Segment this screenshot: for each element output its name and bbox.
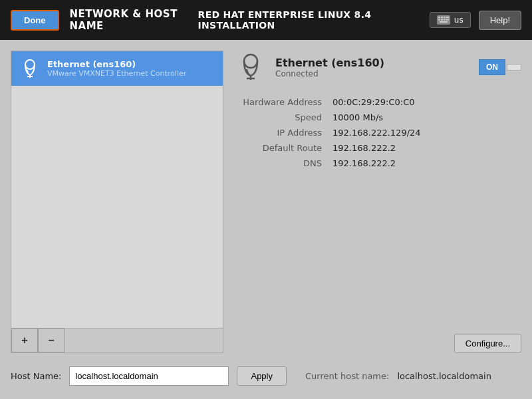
interface-list: Ethernet (ens160) VMware VMXNET3 Etherne… <box>11 51 223 328</box>
detail-table: Hardware Address 00:0C:29:29:C0:C0 Speed… <box>234 94 521 171</box>
detail-panel: Ethernet (ens160) Connected ON Hardware … <box>234 51 521 353</box>
speed-label: Speed <box>234 110 327 125</box>
remove-interface-button[interactable]: − <box>38 329 65 352</box>
interface-info: Ethernet (ens160) VMware VMXNET3 Etherne… <box>47 59 186 78</box>
svg-rect-1 <box>438 17 440 18</box>
installer-title: RED HAT ENTERPRISE LINUX 8.4 INSTALLATIO… <box>198 9 422 31</box>
current-hostname-value: localhost.localdomain <box>397 371 491 381</box>
device-name: Ethernet (ens160) <box>275 57 471 69</box>
svg-rect-5 <box>438 19 440 21</box>
host-name-input[interactable] <box>69 366 229 386</box>
add-interface-button[interactable]: + <box>11 329 38 352</box>
toggle-off-button[interactable] <box>507 64 521 70</box>
dns-value: 192.168.222.2 <box>327 156 521 171</box>
header-left: Done NETWORK & HOST NAME <box>11 8 198 32</box>
svg-point-13 <box>244 55 257 68</box>
svg-rect-7 <box>444 19 446 21</box>
svg-rect-3 <box>444 17 446 18</box>
svg-rect-4 <box>446 17 449 18</box>
apply-button[interactable]: Apply <box>237 366 287 386</box>
table-row: Speed 10000 Mb/s <box>234 110 521 125</box>
svg-rect-2 <box>441 17 443 18</box>
hardware-address-value: 00:0C:29:29:C0:C0 <box>327 94 521 110</box>
ethernet-icon <box>19 58 41 79</box>
device-title-block: Ethernet (ens160) Connected <box>275 57 471 78</box>
done-button[interactable]: Done <box>11 10 59 31</box>
interface-buttons: + − <box>11 328 223 352</box>
ip-address-label: IP Address <box>234 125 327 140</box>
table-row: Default Route 192.168.222.2 <box>234 140 521 156</box>
table-row: Hardware Address 00:0C:29:29:C0:C0 <box>234 94 521 110</box>
keyboard-layout: us <box>454 15 464 25</box>
keyboard-icon <box>437 15 450 25</box>
interface-name: Ethernet (ens160) <box>47 59 186 69</box>
default-route-value: 192.168.222.2 <box>327 140 521 156</box>
interface-item[interactable]: Ethernet (ens160) VMware VMXNET3 Etherne… <box>11 51 223 86</box>
host-name-label: Host Name: <box>11 371 61 381</box>
svg-rect-9 <box>440 21 448 23</box>
keyboard-indicator[interactable]: us <box>430 12 471 28</box>
content-area: Ethernet (ens160) VMware VMXNET3 Etherne… <box>11 51 521 353</box>
help-button[interactable]: Help! <box>479 11 521 30</box>
table-row: DNS 192.168.222.2 <box>234 156 521 171</box>
speed-value: 10000 Mb/s <box>327 110 521 125</box>
device-header: Ethernet (ens160) Connected ON <box>234 51 521 84</box>
interface-desc: VMware VMXNET3 Ethernet Controller <box>47 69 186 78</box>
dns-label: DNS <box>234 156 327 171</box>
current-hostname-label: Current host name: <box>305 371 389 381</box>
svg-rect-6 <box>441 19 443 21</box>
configure-button[interactable]: Configure... <box>454 334 521 353</box>
svg-rect-8 <box>446 19 449 21</box>
header: Done NETWORK & HOST NAME RED HAT ENTERPR… <box>0 0 532 40</box>
default-route-label: Default Route <box>234 140 327 156</box>
interface-panel: Ethernet (ens160) VMware VMXNET3 Etherne… <box>11 51 223 353</box>
page-title: NETWORK & HOST NAME <box>70 8 198 32</box>
toggle-on-button[interactable]: ON <box>479 59 505 75</box>
bottom-bar: Host Name: Apply Current host name: loca… <box>11 361 521 388</box>
ip-address-value: 192.168.222.129/24 <box>327 125 521 140</box>
detail-inner: Ethernet (ens160) Connected ON Hardware … <box>234 51 521 353</box>
hardware-address-label: Hardware Address <box>234 94 327 110</box>
table-row: IP Address 192.168.222.129/24 <box>234 125 521 140</box>
device-status: Connected <box>275 69 471 78</box>
toggle-container: ON <box>479 59 521 75</box>
device-ethernet-icon <box>234 51 267 84</box>
main-content: Ethernet (ens160) VMware VMXNET3 Etherne… <box>0 40 532 399</box>
header-right: RED HAT ENTERPRISE LINUX 8.4 INSTALLATIO… <box>198 9 521 31</box>
svg-point-10 <box>25 60 35 69</box>
